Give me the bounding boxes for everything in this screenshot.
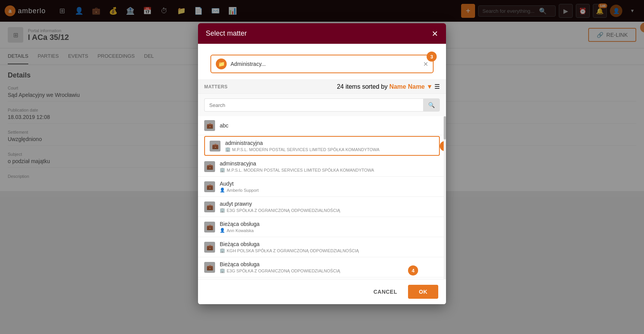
sort-field: Name: [389, 83, 406, 90]
matter-item-biezaca-ann[interactable]: 💼 Bieżąca obsługa 👤 Ann Kowalska: [198, 217, 446, 237]
matters-label: MATTERS: [204, 84, 228, 90]
building-icon-5: 🏢: [220, 268, 225, 273]
matter-briefcase-icon: 💼: [204, 120, 215, 131]
building-icon-3: 🏢: [220, 208, 225, 213]
building-icon: 🏢: [225, 147, 231, 152]
matters-count: 24 items sorted by Name Name ▼ ☰: [337, 83, 440, 90]
matter-item-audyt[interactable]: 💼 Audyt 👤 Amberlo Support: [198, 177, 446, 197]
person-icon-2: 👤: [220, 228, 225, 233]
matter-search-button[interactable]: 🔍: [423, 98, 440, 112]
search-container: 🔍: [198, 94, 446, 116]
select-matter-modal: Select matter ✕ 📁 Administracy... ✕ 3 MA…: [198, 23, 446, 304]
matter-client-administracyjna: 🏢 M.P.S.L. MODERN POSTAL SERVICES LIMITE…: [225, 147, 434, 152]
matter-item-audyt-prawny[interactable]: 💼 audyt prawny 🏢 E3G SPÓŁKA Z OGRANICZON…: [198, 197, 446, 217]
matter-search-input[interactable]: [204, 98, 423, 112]
modal-close-button[interactable]: ✕: [432, 30, 438, 38]
modal-header: Select matter ✕: [198, 23, 446, 44]
matter-client-audyt-prawny: 🏢 E3G SPÓŁKA Z OGRANICZONĄ ODPOWIEDZIALN…: [220, 208, 440, 213]
cancel-button[interactable]: CANCEL: [367, 285, 403, 299]
matters-header: MATTERS 24 items sorted by Name Name ▼ ☰: [198, 79, 446, 94]
matter-briefcase-icon-3: 💼: [204, 161, 215, 172]
matter-client-biezaca-ann: 👤 Ann Kowalska: [220, 228, 440, 233]
sort-icon: ☰: [434, 83, 440, 90]
matter-name-audyt-prawny: audyt prawny: [220, 201, 440, 207]
clear-selection-button[interactable]: ✕: [423, 60, 428, 68]
scrollbar-thumb[interactable]: [444, 116, 446, 139]
matter-briefcase-icon-4: 💼: [204, 181, 215, 192]
selected-matter-icon: 📁: [216, 59, 227, 69]
modal-overlay: Select matter ✕ 📁 Administracy... ✕ 3 MA…: [0, 0, 644, 334]
matter-client-audyt: 👤 Amberlo Support: [220, 188, 440, 193]
selected-matter-chip: 📁 Administracy... ✕ 3: [210, 55, 434, 73]
matter-name-audyt: Audyt: [220, 181, 440, 187]
annotation-3-badge: 3: [427, 52, 437, 62]
matter-name-biezaca-kgh: Bieżąca obsługa: [220, 241, 440, 247]
modal-footer: CANCEL OK 4: [198, 279, 446, 304]
ok-button[interactable]: OK: [408, 285, 438, 299]
matters-list: 💼 abc 💼 administracyjna 🏢 M.P.S.L. MODER…: [198, 116, 446, 279]
matter-item-abc[interactable]: 💼 abc: [198, 116, 446, 135]
matter-item-biezaca-kgh[interactable]: 💼 Bieżąca obsługa 🏢 KGH POLSKA SPÓŁKA Z …: [198, 237, 446, 257]
person-icon: 👤: [220, 188, 225, 193]
matter-item-administracyjna[interactable]: 💼 administracyjna 🏢 M.P.S.L. MODERN POST…: [204, 136, 440, 156]
matter-item-administracyjna-selected-wrapper: 💼 administracyjna 🏢 M.P.S.L. MODERN POST…: [201, 136, 443, 156]
modal-title: Select matter: [206, 29, 247, 38]
matter-briefcase-icon-5: 💼: [204, 201, 215, 212]
matter-item-adminstracyjna[interactable]: 💼 adminstracyjna 🏢 M.P.S.L. MODERN POSTA…: [198, 157, 446, 177]
matter-briefcase-icon-7: 💼: [204, 242, 215, 253]
matter-briefcase-icon-6: 💼: [204, 222, 215, 232]
matter-client-biezaca-e3g: 🏢 E3G SPÓŁKA Z OGRANICZONĄ ODPOWIEDZIALN…: [220, 268, 440, 273]
matter-name-biezaca-e3g: Bieżąca obsługa: [220, 261, 440, 267]
matter-briefcase-icon-2: 💼: [210, 141, 220, 152]
matter-name-biezaca-ann: Bieżąca obsługa: [220, 221, 440, 227]
scrollbar-track: [444, 116, 446, 279]
matter-briefcase-icon-8: 💼: [204, 262, 215, 273]
matter-client-biezaca-kgh: 🏢 KGH POLSKA SPÓŁKA Z OGRANICZONĄ ODPOWI…: [220, 248, 440, 253]
building-icon-4: 🏢: [220, 248, 225, 253]
matter-client-adminstracyjna: 🏢 M.P.S.L. MODERN POSTAL SERVICES LIMITE…: [220, 167, 440, 172]
matter-name-administracyjna: administracyjna: [225, 140, 434, 146]
selected-matter-text: Administracy...: [231, 61, 419, 67]
building-icon-2: 🏢: [220, 167, 225, 172]
matter-name-adminstracyjna: adminstracyjna: [220, 160, 440, 167]
annotation-4-badge: 4: [408, 265, 418, 275]
selected-item-container: 📁 Administracy... ✕ 3: [198, 44, 446, 73]
matter-name: abc: [220, 122, 440, 129]
